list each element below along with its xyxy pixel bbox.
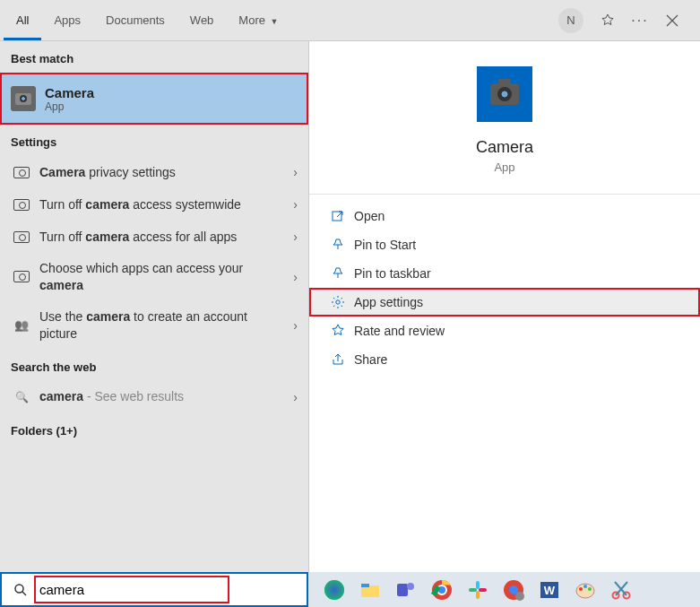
share-icon <box>331 352 354 367</box>
camera-icon <box>11 199 32 211</box>
taskbar: W <box>0 572 700 607</box>
app-tile[interactable] <box>477 66 532 122</box>
svg-point-2 <box>15 585 23 593</box>
svg-rect-6 <box>361 584 369 587</box>
feedback-icon[interactable] <box>600 13 616 29</box>
svg-point-1 <box>336 300 340 304</box>
settings-item-account-picture[interactable]: Use the camera to create an account pict… <box>0 301 308 350</box>
best-match-result[interactable]: Camera App <box>0 73 308 125</box>
camera-icon <box>490 83 519 105</box>
svg-text:W: W <box>544 584 556 597</box>
avatar[interactable]: N <box>558 8 583 33</box>
app-subtitle: App <box>494 160 514 174</box>
more-icon[interactable]: ··· <box>632 13 648 29</box>
chevron-right-icon: › <box>286 270 298 284</box>
svg-point-18 <box>515 592 524 601</box>
search-input[interactable] <box>39 582 224 597</box>
svg-rect-15 <box>479 588 487 592</box>
svg-rect-0 <box>333 212 341 221</box>
best-match-subtitle: App <box>45 100 94 113</box>
chevron-right-icon: › <box>286 165 298 179</box>
pin-icon <box>331 238 354 252</box>
tab-more[interactable]: More ▼ <box>226 1 290 40</box>
section-settings: Settings <box>0 125 308 156</box>
svg-rect-7 <box>397 584 408 596</box>
star-icon <box>331 324 354 338</box>
chevron-right-icon: › <box>286 318 298 333</box>
taskbar-teams[interactable] <box>393 577 419 603</box>
open-icon <box>331 209 354 223</box>
camera-icon <box>11 271 32 282</box>
tab-bar: All Apps Documents Web More ▼ N ··· <box>0 0 700 41</box>
camera-icon <box>11 231 32 243</box>
settings-item-turnoff-allapps[interactable]: Turn off camera access for all apps › <box>0 221 308 253</box>
action-share[interactable]: Share <box>309 345 700 374</box>
chevron-right-icon: › <box>286 390 298 404</box>
tab-web[interactable]: Web <box>177 1 227 40</box>
action-open[interactable]: Open <box>309 202 700 230</box>
section-best-match: Best match <box>0 41 308 73</box>
settings-item-privacy[interactable]: Camera privacy settings › <box>0 156 308 188</box>
pin-icon <box>331 266 354 281</box>
taskbar-chrome[interactable] <box>428 577 455 603</box>
tab-all[interactable]: All <box>4 1 41 40</box>
svg-point-24 <box>588 587 592 591</box>
svg-point-23 <box>583 585 587 588</box>
search-icon <box>11 391 32 403</box>
svg-rect-13 <box>469 588 477 592</box>
section-search-web: Search the web <box>0 350 308 381</box>
svg-point-4 <box>324 580 344 600</box>
svg-rect-14 <box>476 591 480 599</box>
results-panel: Best match Camera App Settings Camera pr… <box>0 41 308 572</box>
camera-icon <box>11 86 36 111</box>
action-rate-review[interactable]: Rate and review <box>309 317 700 345</box>
camera-icon <box>11 167 32 178</box>
best-match-title: Camera <box>45 85 94 100</box>
tab-documents[interactable]: Documents <box>93 1 177 40</box>
taskbar-word[interactable]: W <box>536 577 563 603</box>
action-app-settings[interactable]: App settings <box>309 288 700 317</box>
section-folders: Folders (1+) <box>0 413 308 445</box>
app-title: Camera <box>476 138 533 157</box>
gear-icon <box>331 295 354 309</box>
svg-rect-12 <box>476 581 480 589</box>
chevron-right-icon: › <box>286 230 298 244</box>
search-box[interactable] <box>0 572 308 607</box>
taskbar-explorer[interactable] <box>357 577 384 603</box>
svg-point-8 <box>407 583 414 590</box>
taskbar-slack[interactable] <box>464 577 491 603</box>
close-icon[interactable] <box>664 13 680 29</box>
people-icon <box>11 318 32 332</box>
taskbar-paint[interactable] <box>572 577 599 603</box>
chevron-right-icon: › <box>286 197 298 212</box>
taskbar-edge[interactable] <box>321 577 348 603</box>
preview-panel: Camera App Open Pin to Start Pin to task… <box>308 41 700 572</box>
tab-apps[interactable]: Apps <box>41 1 93 40</box>
taskbar-snip[interactable] <box>608 577 635 603</box>
web-result[interactable]: camera - See web results › <box>0 381 308 413</box>
settings-item-turnoff-systemwide[interactable]: Turn off camera access systemwide › <box>0 188 308 221</box>
taskbar-chrome-profile[interactable] <box>500 577 527 603</box>
search-icon <box>7 583 34 597</box>
settings-item-choose-apps[interactable]: Choose which apps can access your camera… <box>0 253 308 301</box>
action-pin-start[interactable]: Pin to Start <box>309 230 700 259</box>
action-pin-taskbar[interactable]: Pin to taskbar <box>309 259 700 288</box>
svg-point-22 <box>579 587 583 591</box>
